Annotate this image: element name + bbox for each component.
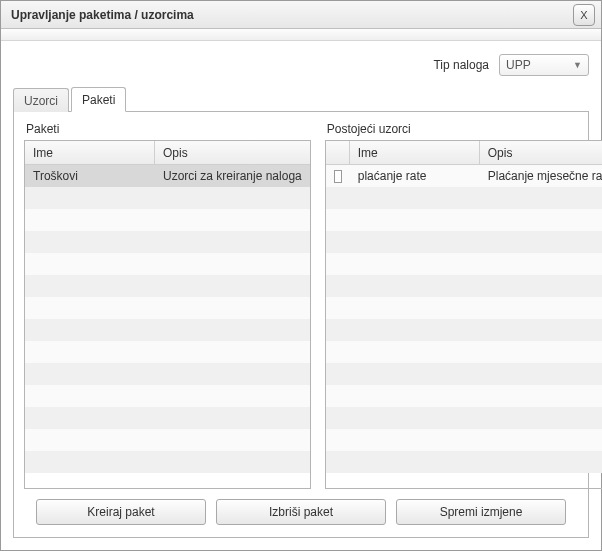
col-header-name[interactable]: Ime: [350, 141, 480, 164]
col-header-check[interactable]: [326, 141, 350, 164]
grid-uzorci-head: Ime Opis: [326, 141, 602, 165]
save-changes-button[interactable]: Spremi izmjene: [396, 499, 566, 525]
table-row: [25, 429, 310, 451]
content-area: Tip naloga UPP ▼ Uzorci Paketi Paketi Im…: [1, 41, 601, 550]
order-type-select[interactable]: UPP ▼: [499, 54, 589, 76]
table-row: [25, 385, 310, 407]
cell-name: Troškovi: [25, 169, 155, 183]
table-row: [326, 407, 602, 429]
table-row: [25, 275, 310, 297]
table-row: [25, 319, 310, 341]
order-type-value: UPP: [506, 58, 531, 72]
window-title: Upravljanje paketima / uzorcima: [11, 8, 194, 22]
grid-paketi: Ime Opis TroškoviUzorci za kreiranje nal…: [24, 140, 311, 489]
table-row: [326, 385, 602, 407]
cell-desc: Uzorci za kreiranje naloga: [155, 169, 310, 183]
table-row: [25, 363, 310, 385]
panel-paketi-title: Paketi: [26, 122, 311, 136]
table-row[interactable]: plaćanje ratePlaćanje mjesečne rate: [326, 165, 602, 187]
row-checkbox[interactable]: [334, 170, 342, 183]
dialog-window: Upravljanje paketima / uzorcima X Tip na…: [0, 0, 602, 551]
tab-paketi[interactable]: Paketi: [71, 87, 126, 112]
button-row: Kreiraj paket Izbriši paket Spremi izmje…: [24, 489, 578, 527]
table-row: [326, 341, 602, 363]
table-row: [326, 451, 602, 473]
table-row: [25, 341, 310, 363]
titlebar: Upravljanje paketima / uzorcima X: [1, 1, 601, 29]
close-button[interactable]: X: [573, 4, 595, 26]
table-row: [326, 231, 602, 253]
grid-paketi-body: TroškoviUzorci za kreiranje naloga: [25, 165, 310, 488]
chevron-down-icon: ▼: [573, 60, 582, 70]
table-row: [25, 253, 310, 275]
cell-check[interactable]: [326, 170, 350, 183]
grid-uzorci-body: plaćanje ratePlaćanje mjesečne rate: [326, 165, 602, 488]
col-header-desc[interactable]: Opis: [480, 141, 602, 164]
panel-paketi: Paketi Ime Opis TroškoviUzorci za kreira…: [24, 122, 311, 489]
table-row: [326, 275, 602, 297]
create-package-button[interactable]: Kreiraj paket: [36, 499, 206, 525]
col-header-name[interactable]: Ime: [25, 141, 155, 164]
toolbar-strip: [1, 29, 601, 41]
tab-pane-paketi: Paketi Ime Opis TroškoviUzorci za kreira…: [13, 111, 589, 538]
tab-bar: Uzorci Paketi: [13, 87, 589, 111]
table-row: [326, 429, 602, 451]
panel-uzorci-title: Postojeći uzorci: [327, 122, 602, 136]
table-row: [326, 319, 602, 341]
table-row: [326, 363, 602, 385]
table-row: [25, 407, 310, 429]
filter-row: Tip naloga UPP ▼: [13, 51, 589, 79]
delete-package-button[interactable]: Izbriši paket: [216, 499, 386, 525]
table-row: [25, 297, 310, 319]
grid-uzorci: Ime Opis plaćanje ratePlaćanje mjesečne …: [325, 140, 602, 489]
table-row[interactable]: TroškoviUzorci za kreiranje naloga: [25, 165, 310, 187]
table-row: [326, 187, 602, 209]
table-row: [25, 451, 310, 473]
table-row: [25, 209, 310, 231]
table-row: [326, 209, 602, 231]
order-type-label: Tip naloga: [433, 58, 489, 72]
cell-name: plaćanje rate: [350, 169, 480, 183]
panels: Paketi Ime Opis TroškoviUzorci za kreira…: [24, 122, 578, 489]
col-header-desc[interactable]: Opis: [155, 141, 310, 164]
cell-desc: Plaćanje mjesečne rate: [480, 169, 602, 183]
panel-uzorci: Postojeći uzorci Ime Opis plaćanje rateP…: [325, 122, 602, 489]
table-row: [326, 253, 602, 275]
grid-paketi-head: Ime Opis: [25, 141, 310, 165]
table-row: [25, 231, 310, 253]
table-row: [25, 187, 310, 209]
table-row: [326, 297, 602, 319]
tab-uzorci[interactable]: Uzorci: [13, 88, 69, 112]
